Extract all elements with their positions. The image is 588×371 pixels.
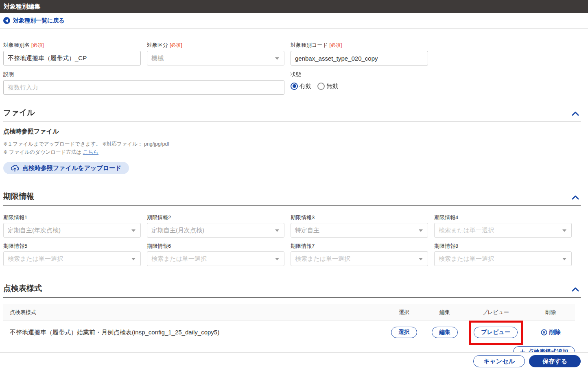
field-asset-category: 対象区分[必須] 機械	[147, 41, 284, 65]
field-deadline-4: 期限情報4 検索または単一選択	[434, 214, 572, 238]
upload-note-2: ※ ファイルのダウンロード方法は こちら	[3, 148, 581, 156]
back-to-list-link[interactable]: 対象種別一覧に戻る	[3, 17, 65, 24]
chevron-up-icon	[572, 287, 579, 292]
cloud-upload-icon	[11, 165, 19, 172]
back-arrow-icon	[3, 17, 10, 24]
header-preview: プレビュー	[465, 309, 526, 316]
description-label: 説明	[3, 71, 284, 78]
upload-note-1: ※１ファイルまでアップロードできます。 ※対応ファイル： png/jpg/pdf	[3, 140, 581, 148]
asset-type-code-input[interactable]	[291, 51, 428, 65]
field-deadline-6: 期限情報6 検索または単一選択	[147, 242, 284, 266]
table-row: 不整地運搬車（履帯式）始業前・月例点検表(insp_config_1_25_da…	[3, 321, 575, 344]
chevron-down-icon	[419, 229, 423, 232]
header-select: 選択	[384, 309, 424, 316]
chevron-up-icon	[572, 195, 579, 200]
chevron-down-icon	[562, 258, 566, 260]
asset-category-value: 機械	[151, 55, 164, 62]
inspection-section-header: 点検表様式	[3, 283, 581, 298]
deadline-4-select[interactable]: 検索または単一選択	[434, 223, 572, 238]
status-option-active[interactable]: 有効	[291, 82, 312, 90]
form-row-2: 説明 状態 有効 無効	[3, 71, 581, 96]
required-badge: [必須]	[31, 42, 44, 48]
delete-button[interactable]: 削除	[541, 329, 561, 336]
field-description: 説明	[3, 71, 284, 96]
field-status: 状態 有効 無効	[291, 71, 428, 96]
field-deadline-5: 期限情報5 検索または単一選択	[3, 242, 141, 266]
deadline-7-select[interactable]: 検索または単一選択	[291, 251, 428, 266]
inspection-section-title: 点検表様式	[3, 283, 42, 294]
inspection-sheet-name: 不整地運搬車（履帯式）始業前・月例点検表(insp_config_1_25_da…	[3, 329, 384, 336]
cancel-button[interactable]: キャンセル	[473, 355, 525, 367]
status-radio-group: 有効 無効	[291, 82, 428, 90]
file-section-title: ファイル	[3, 107, 35, 118]
asset-type-name-input[interactable]	[3, 51, 141, 65]
chevron-down-icon	[275, 258, 279, 260]
select-button[interactable]: 選択	[391, 327, 417, 338]
inspection-ref-file-subtitle: 点検時参照ファイル	[3, 128, 581, 135]
preview-button[interactable]: プレビュー	[474, 327, 517, 338]
footer-action-bar: キャンセル 保存する	[0, 352, 588, 370]
inspection-section-collapse-button[interactable]	[570, 286, 581, 294]
asset-category-label: 対象区分[必須]	[147, 41, 284, 49]
file-section: ファイル 点検時参照ファイル ※１ファイルまでアップロードできます。 ※対応ファ…	[3, 107, 581, 174]
required-badge: [必須]	[170, 42, 182, 48]
header-name: 点検表様式	[3, 309, 384, 316]
field-deadline-7: 期限情報7 検索または単一選択	[291, 242, 428, 266]
field-deadline-2: 期限情報2 定期自主(月次点検)	[147, 214, 284, 238]
description-textarea[interactable]	[3, 80, 284, 95]
deadline-8-select[interactable]: 検索または単一選択	[434, 251, 572, 266]
field-deadline-8: 期限情報8 検索または単一選択	[434, 242, 572, 266]
chevron-down-icon	[131, 258, 136, 260]
form-row-1: 対象種別名[必須] 対象区分[必須] 機械 対象種別コード[必須]	[3, 41, 581, 65]
chevron-down-icon	[419, 258, 423, 260]
table-header-row: 点検表様式 選択 編集 プレビュー 削除	[3, 304, 575, 321]
deadline-section-header: 期限情報	[3, 191, 581, 206]
required-badge: [必須]	[330, 42, 342, 48]
field-deadline-3: 期限情報3 特定自主	[291, 214, 428, 238]
download-help-link[interactable]: こちら	[83, 149, 98, 155]
page: 対象種別編集 対象種別一覧に戻る 対象種別名[必須] 対象区分[必須] 機械	[0, 0, 588, 371]
main-content: 対象種別名[必須] 対象区分[必須] 機械 対象種別コード[必須]	[0, 28, 588, 358]
chevron-down-icon	[562, 229, 566, 232]
page-title-bar: 対象種別編集	[0, 0, 588, 13]
file-section-collapse-button[interactable]	[570, 110, 581, 118]
status-active-label: 有効	[299, 82, 312, 90]
asset-type-name-label: 対象種別名[必須]	[3, 41, 141, 49]
deadline-6-select[interactable]: 検索または単一選択	[147, 251, 284, 266]
back-bar: 対象種別一覧に戻る	[0, 13, 588, 28]
deadline-2-select[interactable]: 定期自主(月次点検)	[147, 223, 284, 238]
deadline-section-collapse-button[interactable]	[570, 194, 581, 202]
asset-type-code-label: 対象種別コード[必須]	[291, 41, 428, 49]
chevron-down-icon	[275, 57, 279, 60]
header-delete: 削除	[526, 309, 575, 316]
chevron-up-icon	[572, 111, 579, 116]
upload-file-button[interactable]: 点検時参照ファイルをアップロード	[3, 162, 129, 174]
field-asset-type-name: 対象種別名[必須]	[3, 41, 141, 65]
header-edit: 編集	[424, 309, 465, 316]
inspection-sheet-section: 点検表様式 点検表様式 選択 編集 プレビュー 削除 不整地運搬車（履帯式）始業…	[3, 283, 581, 358]
status-label: 状態	[291, 71, 428, 78]
file-section-header: ファイル	[3, 107, 581, 122]
status-inactive-label: 無効	[326, 82, 339, 90]
save-button[interactable]: 保存する	[529, 355, 581, 367]
edit-button[interactable]: 編集	[432, 327, 458, 338]
field-asset-type-code: 対象種別コード[必須]	[291, 41, 428, 65]
radio-checked-icon	[291, 83, 298, 90]
deadline-1-select[interactable]: 定期自主(年次点検)	[3, 223, 141, 238]
inspection-sheet-table: 点検表様式 選択 編集 プレビュー 削除 不整地運搬車（履帯式）始業前・月例点検…	[3, 304, 575, 344]
status-option-inactive[interactable]: 無効	[317, 82, 339, 90]
back-link-label: 対象種別一覧に戻る	[13, 17, 65, 24]
deadline-section: 期限情報 期限情報1 定期自主(年次点検) 期限情報2	[3, 191, 581, 266]
deadline-5-select[interactable]: 検索または単一選択	[3, 251, 141, 266]
page-title: 対象種別編集	[4, 3, 40, 10]
chevron-down-icon	[131, 229, 136, 232]
chevron-down-icon	[275, 229, 279, 232]
deadline-fields-grid: 期限情報1 定期自主(年次点検) 期限情報2 定期自主(月次点検) 期限情報3	[3, 214, 581, 266]
deadline-3-select[interactable]: 特定自主	[291, 223, 428, 238]
deadline-section-title: 期限情報	[3, 191, 34, 202]
upload-file-button-label: 点検時参照ファイルをアップロード	[22, 164, 122, 172]
circle-x-icon	[541, 329, 547, 336]
radio-unchecked-icon	[317, 83, 325, 90]
asset-category-select[interactable]: 機械	[147, 51, 284, 65]
delete-button-label: 削除	[549, 329, 561, 336]
